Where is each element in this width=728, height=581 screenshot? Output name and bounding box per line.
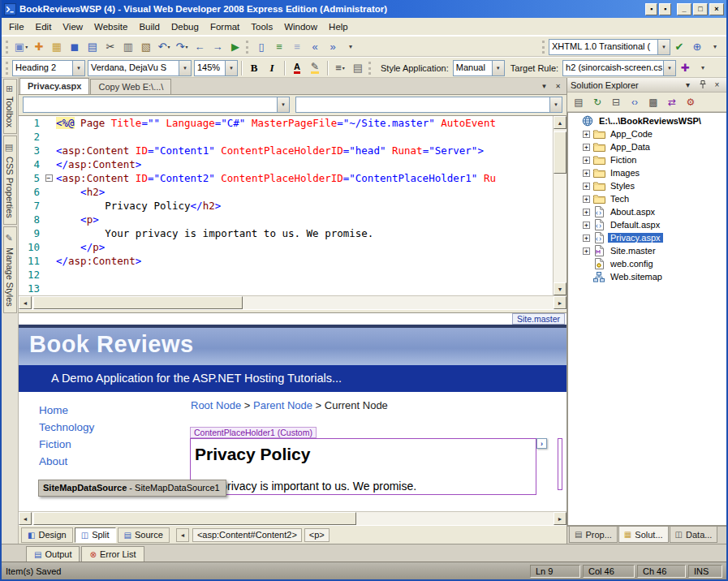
- cut-icon[interactable]: ✂: [101, 38, 119, 56]
- pin-icon[interactable]: [696, 80, 709, 91]
- dropdown-arrow-icon[interactable]: ▾: [342, 65, 345, 71]
- content-placeholder-label[interactable]: ContentPlaceHolder1 (Custom): [190, 427, 317, 438]
- scroll-right-icon[interactable]: ►: [554, 512, 566, 525]
- tree-item[interactable]: +Fiction: [568, 153, 726, 166]
- horizontal-scroll-thumb[interactable]: [33, 512, 356, 525]
- style-application-arrow-icon[interactable]: ▼: [492, 61, 504, 75]
- tool-tab-css-properties[interactable]: ▤CSS Properties: [3, 136, 17, 225]
- tree-expander-icon[interactable]: +: [583, 222, 590, 229]
- object-dropdown[interactable]: ▼: [23, 97, 290, 113]
- tree-item[interactable]: +Privacy.aspx: [568, 231, 726, 244]
- tree-item[interactable]: E:\...\BookReviewsWSP\: [568, 114, 726, 127]
- tree-expander-icon[interactable]: +: [583, 209, 590, 216]
- tree-item[interactable]: +App_Code: [568, 127, 726, 140]
- copy-website-icon[interactable]: ⇄: [663, 93, 681, 110]
- content-placeholder-region[interactable]: Privacy Policy Your privacy is important…: [190, 438, 536, 495]
- view-button-design[interactable]: ◧Design: [21, 527, 73, 543]
- save-all-icon[interactable]: ▤: [84, 38, 101, 56]
- menu-format[interactable]: Format: [205, 19, 245, 34]
- nav-link-about[interactable]: About: [39, 455, 94, 472]
- event-dropdown[interactable]: ▼: [295, 97, 562, 113]
- menu-file[interactable]: File: [3, 19, 30, 34]
- new-style-icon[interactable]: ✚: [676, 59, 694, 77]
- doctype-combo[interactable]: XHTML 1.0 Transitional ( ▼: [549, 39, 670, 55]
- bottom-tab-output[interactable]: ▤Output: [26, 546, 80, 562]
- panel-tab-prop[interactable]: ▤Prop...: [569, 527, 618, 543]
- tree-item[interactable]: +Default.aspx: [568, 218, 726, 231]
- view-designer-icon[interactable]: ▩: [644, 93, 662, 110]
- aspnet-configuration-icon[interactable]: ⚙: [682, 93, 700, 110]
- design-horizontal-scrollbar[interactable]: ◄ ►: [19, 511, 566, 525]
- menu-build[interactable]: Build: [133, 19, 166, 34]
- vertical-scroll-thumb[interactable]: [554, 131, 566, 174]
- breadcrumb-link[interactable]: Parent Node: [253, 399, 312, 411]
- editor-vertical-scrollbar[interactable]: ▲ ▼: [553, 116, 566, 295]
- font-combo[interactable]: Verdana, DejaVu S ▼: [88, 60, 192, 76]
- tree-item[interactable]: +Images: [568, 166, 726, 179]
- tree-expander-icon[interactable]: +: [583, 196, 590, 203]
- open-file-icon[interactable]: ▦: [48, 38, 66, 56]
- close-button[interactable]: ×: [709, 3, 724, 15]
- menu-edit[interactable]: Edit: [30, 19, 58, 34]
- check-validity-icon[interactable]: ✔: [670, 38, 688, 56]
- code-editor[interactable]: <%@ Page Title="" Language="C#" MasterPa…: [54, 116, 553, 295]
- tag-path-back-icon[interactable]: ◄: [176, 528, 189, 542]
- tree-item[interactable]: +Site.master: [568, 244, 726, 257]
- copy-icon[interactable]: ▥: [119, 38, 137, 56]
- bold-icon[interactable]: B: [245, 59, 263, 77]
- tree-item[interactable]: web.config: [568, 257, 726, 270]
- decrease-indent-icon[interactable]: «: [306, 38, 324, 56]
- dropdown-arrow-icon[interactable]: ▾: [185, 44, 187, 49]
- event-dropdown-arrow-icon[interactable]: ▼: [549, 97, 562, 112]
- menu-view[interactable]: View: [57, 19, 88, 34]
- uncomment-icon[interactable]: ≡: [288, 38, 306, 56]
- properties-icon[interactable]: ▤: [570, 93, 588, 110]
- chevron-down-icon[interactable]: ▾: [682, 80, 694, 91]
- menu-help[interactable]: Help: [323, 19, 354, 34]
- toolbar-grip[interactable]: [368, 62, 371, 75]
- tree-item[interactable]: +Styles: [568, 179, 726, 192]
- menu-window[interactable]: Window: [278, 19, 323, 34]
- horizontal-scroll-track[interactable]: [32, 296, 554, 309]
- font-combo-arrow-icon[interactable]: ▼: [179, 61, 191, 75]
- close-document-button[interactable]: ✕: [552, 80, 564, 93]
- start-debugging-icon[interactable]: ▶: [226, 38, 244, 56]
- tree-expander-icon[interactable]: +: [583, 157, 590, 164]
- document-tab[interactable]: Copy Web E:\...\: [90, 79, 171, 94]
- titlebar-extra-button-2[interactable]: ▪: [659, 3, 671, 15]
- save-icon[interactable]: ◼: [66, 38, 84, 56]
- tree-expander-icon[interactable]: +: [583, 235, 590, 242]
- active-files-dropdown-button[interactable]: ▼: [538, 80, 550, 93]
- minimize-button[interactable]: _: [677, 3, 691, 15]
- view-code-icon[interactable]: ‹›: [626, 93, 644, 110]
- italic-icon[interactable]: I: [263, 59, 281, 77]
- toolbar-grip[interactable]: [542, 41, 545, 54]
- scroll-down-icon[interactable]: ▼: [554, 282, 566, 295]
- dropdown-arrow-icon[interactable]: ▾: [25, 44, 28, 49]
- page-heading[interactable]: Privacy Policy: [195, 445, 536, 464]
- title-bar[interactable]: BookReviewsWSP (4) - Visual Web Develope…: [2, 0, 726, 18]
- object-dropdown-arrow-icon[interactable]: ▼: [277, 97, 289, 112]
- font-size-combo[interactable]: 145% ▼: [194, 60, 238, 76]
- increase-indent-icon[interactable]: »: [324, 38, 342, 56]
- tree-item[interactable]: Web.sitemap: [568, 270, 726, 283]
- navigate-forward-icon[interactable]: →: [209, 38, 226, 56]
- comment-out-icon[interactable]: ≡: [270, 38, 288, 56]
- tree-expander-icon[interactable]: +: [583, 170, 590, 177]
- scroll-up-icon[interactable]: ▲: [554, 116, 566, 129]
- redo-icon[interactable]: ↷▾: [173, 38, 191, 56]
- menu-website[interactable]: Website: [88, 19, 133, 34]
- add-new-item-icon[interactable]: ✚: [30, 38, 48, 56]
- dropdown-arrow-icon[interactable]: ▾: [167, 44, 170, 49]
- nest-related-files-icon[interactable]: ⊟: [607, 93, 625, 110]
- fold-toggle-icon[interactable]: −: [45, 174, 53, 182]
- tree-expander-icon[interactable]: +: [583, 183, 590, 190]
- maximize-button[interactable]: □: [693, 3, 708, 15]
- style-application-combo[interactable]: Manual ▼: [453, 60, 505, 76]
- editor-horizontal-scrollbar[interactable]: ◄ ►: [19, 295, 566, 309]
- panel-tab-solut[interactable]: ▦Solut...: [618, 527, 669, 543]
- menu-debug[interactable]: Debug: [166, 19, 205, 34]
- style-combo-arrow-icon[interactable]: ▼: [72, 61, 84, 75]
- menu-tools[interactable]: Tools: [245, 19, 278, 34]
- view-button-source[interactable]: ▤Source: [118, 527, 170, 543]
